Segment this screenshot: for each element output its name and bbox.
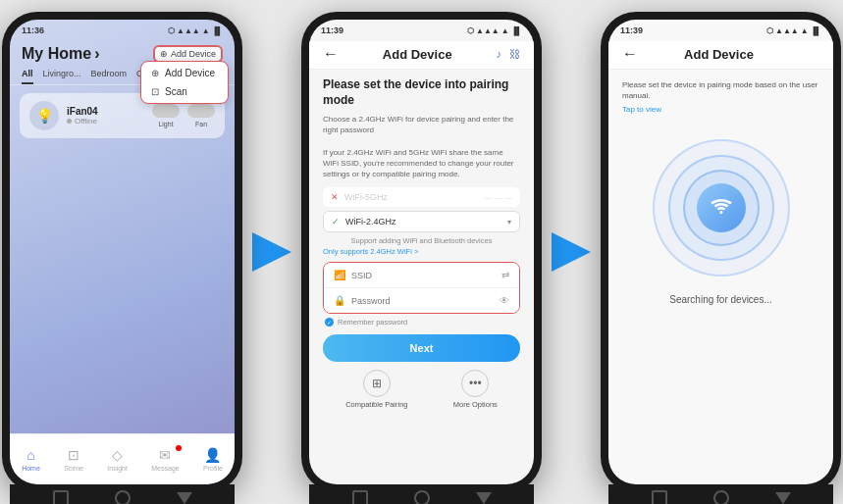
hw-circle-btn[interactable] [115,490,131,504]
p3-instruction: Please set the device in pairing mode ba… [622,79,819,101]
add-circle-icon: ⊕ [151,68,159,78]
light-label: Light [158,121,173,127]
wifi-field-icon: 📶 [334,270,345,280]
phone-1: 11:36 ⬡ ▲▲▲ ▲ ▐▌ My Home › ⊕ Add Device … [2,12,242,492]
phone-3: 11:39 ⬡ ▲▲▲ ▲ ▐▌ ← Add Device Please set… [601,12,841,492]
time-2: 11:39 [321,25,343,35]
ssid-input[interactable] [351,271,496,280]
phone-3-hw-buttons [608,484,833,504]
password-input[interactable] [351,296,494,306]
searching-label: Searching for devices... [622,294,819,305]
home-icon: ⌂ [26,447,34,463]
wifi-icon: ▲ [202,26,210,35]
nav-scene[interactable]: ⊡ Scene [64,447,83,472]
message-badge [176,445,182,451]
time-3: 11:39 [620,25,643,35]
fan-label: Fan [195,121,207,127]
instruction-text: Choose a 2.4GHz WiFi for device pairing … [323,114,520,179]
add-device-popup[interactable]: ⊕ Add Device ⊡ Scan [140,61,229,104]
hw-square-btn-2[interactable] [352,490,368,504]
searching-visual [653,139,790,277]
tab-living[interactable]: Livingro... [43,69,81,84]
chevron-icon: › [94,45,99,63]
hw-back-btn-2[interactable] [476,492,492,504]
tap-view-link[interactable]: Tap to view [622,105,661,114]
message-icon: ✉ [159,447,171,463]
battery-icon: ▐▌ [212,26,223,35]
nav-insight[interactable]: ◇ Insight [107,447,128,472]
hw-back-btn[interactable] [177,492,192,504]
next-button[interactable]: Next [323,334,520,362]
remember-label: Remember password [338,318,407,327]
nav-profile-label: Profile [203,465,223,472]
p3-instruction-text: Please set the device in pairing mode ba… [622,80,817,100]
nav-home-label: Home [22,465,40,472]
fan-toggle[interactable] [187,104,215,118]
nav-home[interactable]: ⌂ Home [22,447,40,472]
compatible-pairing-btn[interactable]: ⊞ Compatible Pairing [345,370,407,409]
p3-title: Add Device [684,47,754,62]
wifi-24ghz-option[interactable]: ✓ WiFi-2.4GHz ▾ [323,211,520,232]
popup-scan[interactable]: ⊡ Scan [141,82,228,101]
add-icon: ⊕ [160,49,168,59]
hw-circle-btn-2[interactable] [414,490,430,504]
insight-icon: ◇ [112,447,123,463]
phone-2: 11:39 ⬡ ▲▲▲ ▲ ▐▌ ← Add Device ♪ ⛓ Please… [301,12,542,492]
nav-message[interactable]: ✉ Message [151,447,179,472]
hw-circle-btn-3[interactable] [713,490,729,504]
nav-insight-label: Insight [107,465,128,472]
p1-home-title: My Home › [22,45,99,63]
search-center-icon [697,183,746,232]
header-icons-2: ♪ ⛓ [497,48,521,60]
remember-row: ✓ Remember password [323,318,520,327]
status-bar-2: 11:39 ⬡ ▲▲▲ ▲ ▐▌ [309,20,534,41]
back-button-2[interactable]: ← [323,45,339,63]
p2-title: Add Device [383,47,452,62]
status-icons-3: ⬡ ▲▲▲ ▲ ▐▌ [766,26,821,35]
device-controls: Light Fan [152,104,215,127]
nav-message-label: Message [151,465,179,472]
hw-square-btn[interactable] [53,490,69,504]
p2-body: Please set the device into pairing mode … [309,70,534,484]
password-visibility-icon[interactable]: 👁 [500,295,509,306]
link-icon[interactable]: ⛓ [509,48,520,60]
scene-icon: ⊡ [68,447,79,463]
wifi-check-icon: ✓ [332,217,340,227]
wifi-signal-svg [710,196,733,220]
status-bar-1: 11:36 ⬡ ▲▲▲ ▲ ▐▌ [10,20,235,41]
more-options-label: More Options [453,400,498,409]
sound-icon[interactable]: ♪ [497,48,502,60]
profile-icon: 👤 [204,447,221,463]
remember-checkbox[interactable]: ✓ [325,318,334,327]
more-options-btn[interactable]: ••• More Options [453,370,498,409]
wifi-5ghz-option[interactable]: ✕ WiFi-5GHz — — — [323,187,520,207]
phone-3-screen: 11:39 ⬡ ▲▲▲ ▲ ▐▌ ← Add Device Please set… [608,20,833,484]
device-avatar: 💡 [29,101,59,130]
more-options-icon: ••• [461,370,489,397]
battery-icon-3: ▐▌ [811,26,821,35]
password-field[interactable]: 🔒 👁 [324,287,519,313]
tab-bedroom[interactable]: Bedroom [91,69,128,84]
signal-icon-2: ▲▲▲ [476,26,500,35]
ssid-field[interactable]: 📶 ⇄ [324,263,519,287]
back-button-3[interactable]: ← [622,45,638,63]
scan-icon: ⊡ [151,86,159,97]
bluetooth-icon-3: ⬡ [766,26,773,35]
hw-back-btn-3[interactable] [775,492,791,504]
bluetooth-icon: ⬡ [168,26,175,35]
bluetooth-icon-2: ⬡ [467,26,474,35]
bottom-options: ⊞ Compatible Pairing ••• More Options [323,370,520,409]
wifi-24ghz-label: WiFi-2.4GHz [345,217,501,227]
tab-all[interactable]: All [22,69,33,84]
popup-add-device[interactable]: ⊕ Add Device [141,64,228,82]
wifi-selector[interactable]: ▾ [507,218,511,227]
wifi-form: 📶 ⇄ 🔒 👁 [323,262,520,314]
light-toggle[interactable] [152,104,180,118]
nav-profile[interactable]: 👤 Profile [203,447,223,472]
arrow-shape-1 [252,232,291,272]
only-24ghz-link[interactable]: Only supports 2.4GHz WiFi > [323,247,520,256]
wifi-icon-3: ▲ [801,26,809,35]
ssid-action-icon[interactable]: ⇄ [501,270,509,280]
hw-square-btn-3[interactable] [652,490,667,504]
compatible-icon: ⊞ [363,370,391,397]
